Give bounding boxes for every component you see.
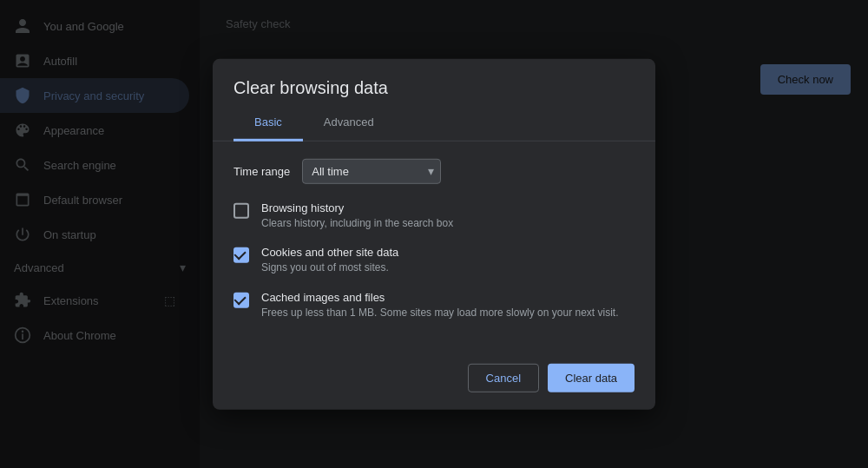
clear-data-button[interactable]: Clear data: [548, 364, 635, 392]
browsing-history-text: Browsing history Clears history, includi…: [261, 201, 453, 230]
cached-images-text: Cached images and files Frees up less th…: [261, 291, 619, 320]
modal-body: Time range All time Last 4 weeks Last 7 …: [213, 141, 655, 353]
cancel-button[interactable]: Cancel: [468, 364, 539, 392]
browsing-history-label: Browsing history: [261, 201, 453, 214]
time-range-label: Time range: [233, 164, 290, 177]
browsing-history-sublabel: Clears history, including in the search …: [261, 215, 453, 230]
modal-title: Clear browsing data: [233, 77, 635, 97]
cookies-checkbox[interactable]: [233, 247, 249, 263]
cached-images-label: Cached images and files: [261, 291, 619, 304]
checkbox-wrap-browsing-history[interactable]: [233, 202, 249, 218]
modal-tabs: Basic Advanced: [213, 104, 655, 141]
checkbox-browsing-history: Browsing history Clears history, includi…: [233, 201, 635, 230]
cookies-label: Cookies and other site data: [261, 246, 398, 259]
checkbox-wrap-cached[interactable]: [233, 293, 249, 308]
cached-images-sublabel: Frees up less than 1 MB. Some sites may …: [261, 306, 619, 320]
time-range-row: Time range All time Last 4 weeks Last 7 …: [233, 158, 635, 183]
browsing-history-checkbox[interactable]: [233, 202, 249, 218]
time-range-select-wrapper: All time Last 4 weeks Last 7 days Last 2…: [302, 158, 441, 183]
cookies-sublabel: Signs you out of most sites.: [261, 260, 398, 275]
checkbox-cookies: Cookies and other site data Signs you ou…: [233, 246, 635, 275]
checkbox-cached-images: Cached images and files Frees up less th…: [233, 291, 635, 320]
time-range-select[interactable]: All time Last 4 weeks Last 7 days Last 2…: [302, 158, 441, 183]
cookies-text: Cookies and other site data Signs you ou…: [261, 246, 398, 275]
checkbox-wrap-cookies[interactable]: [233, 247, 249, 263]
tab-advanced[interactable]: Advanced: [303, 104, 395, 141]
clear-browsing-data-modal: Clear browsing data Basic Advanced Time …: [213, 58, 655, 409]
cached-images-checkbox[interactable]: [233, 293, 249, 308]
tab-basic[interactable]: Basic: [233, 104, 303, 141]
modal-header: Clear browsing data: [213, 58, 655, 97]
modal-footer: Cancel Clear data: [213, 353, 655, 410]
